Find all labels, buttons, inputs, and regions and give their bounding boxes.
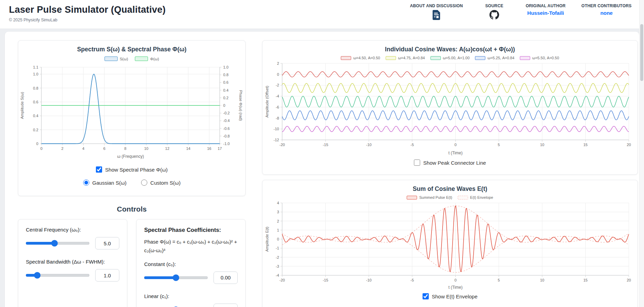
peak-connector-label: Show Peak Connector Line — [423, 160, 486, 166]
legend-swatch — [475, 56, 485, 60]
show-envelope-checkbox[interactable] — [423, 293, 429, 299]
header-link-about[interactable]: ABOUT AND DISCUSSION — [410, 3, 463, 20]
controls-grid: Central Frequency (ω₀): Spectral Bandwid… — [18, 219, 246, 307]
svg-text:0.8: 0.8 — [223, 73, 228, 77]
custom-radio[interactable] — [141, 180, 147, 186]
svg-text:-12: -12 — [274, 138, 279, 142]
svg-text:0: 0 — [277, 72, 279, 76]
header-link-source[interactable]: SOURCE — [479, 3, 510, 20]
svg-text:3: 3 — [277, 210, 279, 214]
legend-swatch — [105, 57, 118, 61]
svg-text:0: 0 — [40, 146, 42, 151]
custom-radio-label: Custom S(ω) — [150, 180, 181, 186]
svg-text:-20: -20 — [279, 143, 285, 147]
legend-swatch — [386, 56, 396, 60]
legend-swatch — [341, 56, 351, 60]
github-icon[interactable] — [489, 10, 499, 20]
legend-item[interactable]: ω=5.25, A=0.84 — [475, 56, 514, 60]
legend-item[interactable]: E(t) Envelope — [458, 195, 493, 199]
header-link-other-contributors: OTHER CONTRIBUTORS none — [582, 3, 632, 20]
bandwidth-slider[interactable] — [26, 274, 89, 277]
document-icon[interactable] — [432, 10, 440, 20]
legend-item[interactable]: Summed Pulse E(t) — [407, 195, 452, 199]
svg-text:-2: -2 — [276, 255, 279, 259]
legend-swatch — [407, 196, 417, 199]
peak-connector-checkbox[interactable] — [414, 160, 420, 166]
custom-radio-item[interactable]: Custom S(ω) — [141, 180, 181, 186]
legend-item[interactable]: ω=4.50, A=0.50 — [341, 56, 380, 60]
svg-text:0.6: 0.6 — [33, 100, 38, 104]
svg-text:Amplitude S(ω): Amplitude S(ω) — [20, 92, 24, 119]
legend-swatch — [430, 56, 441, 60]
scrollbar-thumb[interactable] — [640, 24, 643, 81]
legend-swatch — [458, 196, 468, 199]
cosine-chart-title: Individual Cosine Waves: A(ω)cos(ωt + Φ(… — [262, 46, 637, 53]
slider-thumb[interactable] — [173, 274, 179, 281]
legend-item[interactable]: Φ(ω) — [135, 57, 159, 61]
svg-text:-10: -10 — [366, 278, 371, 282]
show-phase-checkbox[interactable] — [96, 166, 102, 173]
page-title: Laser Pulse Simulator (Qualitative) — [9, 4, 166, 15]
svg-text:0: 0 — [454, 278, 456, 282]
slider-thumb[interactable] — [34, 272, 41, 279]
controls-heading: Controls — [18, 205, 246, 213]
gaussian-radio-item[interactable]: Gaussian S(ω) — [83, 180, 127, 186]
svg-text:-1.0: -1.0 — [223, 142, 230, 146]
central-frequency-slider[interactable] — [26, 242, 89, 245]
legend-item[interactable]: ω=5.00, A=1.00 — [430, 56, 470, 60]
linear-c1-label: Linear (c₁): — [144, 293, 238, 299]
constant-c0-value-input[interactable] — [214, 272, 238, 284]
source-label: SOURCE — [485, 3, 504, 8]
central-frequency-label: Central Frequency (ω₀): — [26, 227, 119, 233]
sum-panel: Sum of Cosine Waves E(t) Summed Pulse E(… — [262, 180, 638, 307]
svg-text:-4: -4 — [276, 94, 279, 98]
svg-text:16: 16 — [207, 146, 211, 151]
svg-text:0.2: 0.2 — [33, 128, 38, 132]
central-frequency-value-input[interactable] — [95, 237, 119, 249]
original-author-link[interactable]: Hussein-Tofaili — [527, 10, 564, 16]
legend-item[interactable]: ω=5.50, A=0.50 — [520, 56, 559, 60]
spectrum-legend: S(ω)Φ(ω) — [18, 57, 245, 61]
spectrum-chart-title: Spectrum S(ω) & Spectral Phase Φ(ω) — [18, 46, 245, 53]
legend-label: Φ(ω) — [150, 57, 159, 61]
legend-label: S(ω) — [120, 57, 128, 61]
svg-text:0: 0 — [223, 103, 225, 108]
show-envelope-label: Show E(t) Envelope — [432, 294, 478, 299]
svg-text:-0.4: -0.4 — [223, 119, 230, 123]
svg-text:15: 15 — [583, 278, 587, 282]
linear-c1-value-input[interactable] — [214, 304, 238, 307]
page-scrollbar[interactable] — [639, 0, 644, 307]
svg-text:1: 1 — [277, 228, 279, 232]
copyright-text: © 2025 Physicify SimuLab — [9, 18, 166, 22]
header-links: ABOUT AND DISCUSSION SOURCE ORIGINAL AUT… — [410, 0, 632, 20]
legend-label: E(t) Envelope — [470, 195, 493, 199]
legend-item[interactable]: ω=4.75, A=0.84 — [386, 56, 425, 60]
svg-text:-8: -8 — [276, 116, 279, 120]
legend-item[interactable]: S(ω) — [105, 57, 128, 61]
svg-text:-1: -1 — [276, 246, 279, 250]
legend-label: ω=5.50, A=0.50 — [532, 56, 559, 60]
constant-c0-slider[interactable] — [144, 276, 208, 279]
svg-text:10: 10 — [144, 146, 148, 151]
show-envelope-row: Show E(t) Envelope — [262, 293, 637, 299]
svg-text:0: 0 — [454, 143, 456, 147]
svg-text:ω (Frequency): ω (Frequency) — [117, 154, 144, 159]
cosine-waves-panel: Individual Cosine Waves: A(ω)cos(ωt + Φ(… — [262, 40, 638, 175]
slider-thumb[interactable] — [51, 240, 58, 247]
legend-label: ω=5.25, A=0.84 — [487, 56, 514, 60]
svg-text:0.4: 0.4 — [223, 88, 228, 92]
sum-legend: Summed Pulse E(t)E(t) Envelope — [262, 195, 637, 199]
slider-fill — [144, 276, 176, 279]
linear-c1-row — [144, 304, 238, 307]
svg-text:-10: -10 — [366, 143, 371, 147]
gaussian-radio[interactable] — [83, 180, 89, 186]
other-contributors-link[interactable]: none — [600, 10, 613, 16]
svg-text:14: 14 — [186, 146, 190, 151]
svg-text:2: 2 — [61, 146, 63, 151]
spectrum-source-radios: Gaussian S(ω) Custom S(ω) — [18, 180, 245, 186]
cosine-legend: ω=4.50, A=0.50ω=4.75, A=0.84ω=5.00, A=1.… — [262, 56, 637, 60]
show-phase-label: Show Spectral Phase Φ(ω) — [105, 167, 168, 173]
other-contributors-label: OTHER CONTRIBUTORS — [582, 3, 632, 8]
svg-text:-2: -2 — [276, 83, 279, 87]
bandwidth-value-input[interactable] — [95, 269, 119, 282]
